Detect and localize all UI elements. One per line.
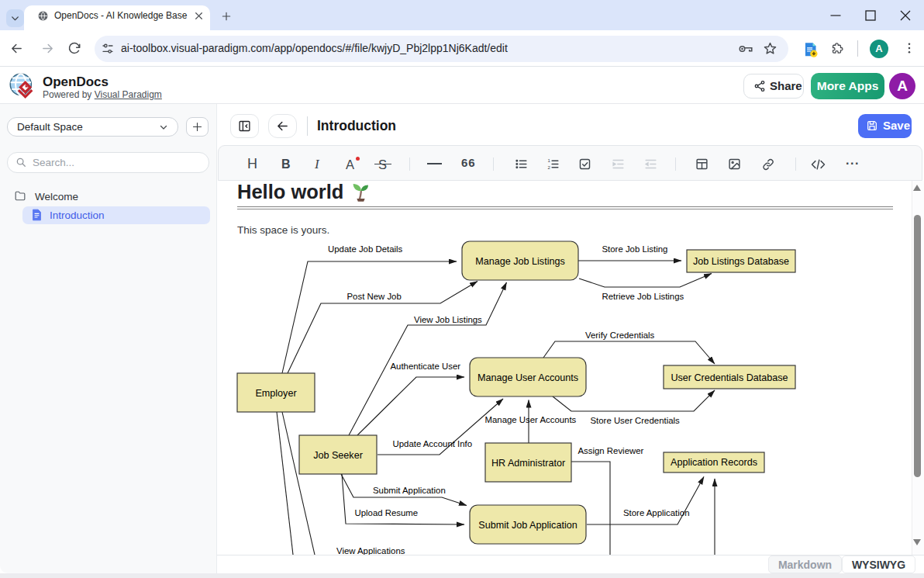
svg-text:1: 1 (547, 158, 550, 163)
svg-text:Retrieve Job Listings: Retrieve Job Listings (602, 292, 684, 301)
svg-text:View Applications: View Applications (336, 546, 405, 555)
svg-text:Store Job Listing: Store Job Listing (602, 244, 668, 254)
svg-text:Verify Credentials: Verify Credentials (585, 331, 655, 340)
svg-text:Job Seeker: Job Seeker (313, 450, 363, 461)
svg-text:User Credentials Database: User Credentials Database (671, 372, 788, 383)
svg-text:Employer: Employer (255, 388, 296, 399)
svg-text:Manage Job Listings: Manage Job Listings (475, 256, 565, 267)
svg-text:Manage User Accounts: Manage User Accounts (478, 372, 578, 383)
svg-text:Post New Job: Post New Job (347, 292, 402, 301)
svg-text:Assign Reviewer: Assign Reviewer (578, 446, 644, 455)
svg-text:Submit Job Application: Submit Job Application (478, 520, 577, 531)
svg-text:HR Administrator: HR Administrator (491, 458, 565, 469)
svg-text:Authenticate User: Authenticate User (391, 362, 461, 371)
svg-text:Application Records: Application Records (671, 457, 757, 468)
svg-text:Update Job Details: Update Job Details (328, 244, 403, 254)
svg-text:Update Account Info: Update Account Info (393, 439, 473, 448)
svg-text:Store User Credentials: Store User Credentials (591, 416, 681, 425)
svg-text:Upload Resume: Upload Resume (355, 508, 419, 517)
svg-text:2: 2 (547, 165, 550, 170)
svg-text:View Job Listings: View Job Listings (414, 315, 482, 324)
svg-text:Job Listings Database: Job Listings Database (693, 256, 789, 267)
svg-text:Store Application: Store Application (623, 508, 690, 517)
svg-text:Manage User Accounts: Manage User Accounts (485, 415, 577, 424)
svg-text:Submit Application: Submit Application (373, 486, 446, 495)
